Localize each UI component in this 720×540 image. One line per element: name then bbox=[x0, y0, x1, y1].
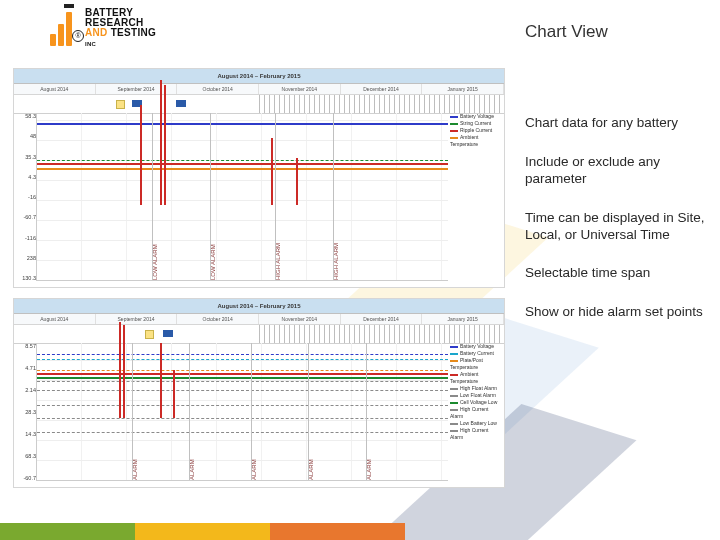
feature-item: Time can be displayed in Site, Local, or… bbox=[525, 210, 715, 244]
footer-accent bbox=[0, 523, 405, 540]
chart-title: August 2014 – February 2015 bbox=[14, 69, 504, 84]
chart-yaxis: 58.348 35.34.3 -16-60.7 -116238 130.3 bbox=[16, 113, 36, 281]
chart-legend: Battery Voltage String Current Ripple Cu… bbox=[450, 113, 502, 148]
chart-legend: Battery Voltage Battery Current Plate/Po… bbox=[450, 343, 502, 441]
feature-item: Show or hide alarm set points bbox=[525, 304, 715, 321]
feature-item: Chart data for any battery bbox=[525, 115, 715, 132]
chart-top: August 2014 – February 2015 August 2014S… bbox=[13, 68, 505, 288]
chart-day-ticks bbox=[14, 95, 504, 114]
chart-plot-area: LOW ALARM LOW ALARM HIGH ALARM HIGH ALAR… bbox=[36, 113, 448, 281]
chart-title: August 2014 – February 2015 bbox=[14, 299, 504, 314]
brand-logo: ® BATTERY RESEARCH AND TESTING INC bbox=[50, 6, 160, 50]
brand-text: BATTERY RESEARCH AND TESTING INC bbox=[85, 8, 156, 49]
chart-bottom: August 2014 – February 2015 August 2014S… bbox=[13, 298, 505, 488]
feature-list: Chart data for any battery Include or ex… bbox=[525, 115, 715, 343]
chart-day-ticks bbox=[14, 325, 504, 344]
chart-plot-area: ALARM ALARM ALARM ALARM ALARM bbox=[36, 343, 448, 481]
battery-bars-icon: ® bbox=[50, 6, 78, 46]
page-title: Chart View bbox=[525, 22, 608, 42]
chart-yaxis: 8.574.71 2.1428.3 14.368.3 -60.7 bbox=[16, 343, 36, 481]
feature-item: Include or exclude any parameter bbox=[525, 154, 715, 188]
feature-item: Selectable time span bbox=[525, 265, 715, 282]
chart-months-row: August 2014September 2014 October 2014No… bbox=[14, 84, 504, 95]
chart-months-row: August 2014September 2014 October 2014No… bbox=[14, 314, 504, 325]
